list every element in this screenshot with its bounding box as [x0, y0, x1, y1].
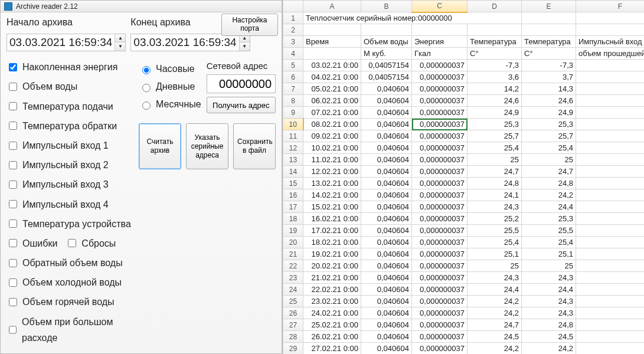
column-header-F[interactable]: F [576, 1, 645, 12]
cell[interactable]: 0,000000037 [412, 166, 468, 178]
cell[interactable] [576, 24, 645, 36]
cell[interactable]: 04.02.21 0:00 [303, 71, 361, 83]
column-header-A[interactable]: A [303, 1, 361, 12]
checkbox-label[interactable]: Импульсный вход 2 [22, 157, 109, 173]
cell[interactable]: 0,000000037 [412, 213, 468, 225]
cell[interactable]: 24,2 [522, 189, 576, 201]
cell[interactable] [522, 24, 576, 36]
cell[interactable]: 24,9 [522, 107, 576, 119]
cell[interactable]: C° [468, 48, 522, 60]
checkbox-label[interactable]: Импульсный вход 4 [22, 196, 109, 212]
cell[interactable]: 0,040604 [361, 130, 412, 142]
cell[interactable]: 15.02.21 0:00 [303, 201, 361, 213]
cell[interactable]: 25,5 [468, 225, 522, 237]
cell[interactable]: 0,040604 [361, 343, 412, 355]
cell[interactable]: 13.02.21 0:00 [303, 178, 361, 189]
cell[interactable]: 24,4 [468, 284, 522, 296]
checkbox-dev_temp[interactable] [9, 219, 17, 228]
cell[interactable]: 0,000000037 [412, 83, 468, 95]
column-header-B[interactable]: B [361, 1, 412, 12]
cell[interactable]: 0,000000037 [412, 142, 468, 154]
cell[interactable]: 0,000000037 [412, 237, 468, 248]
row-header[interactable]: 15 [283, 178, 303, 189]
checkbox-water_vol[interactable] [9, 83, 17, 91]
cell[interactable]: 0,000000037 [412, 201, 468, 213]
cell[interactable]: 25,3 [468, 119, 522, 130]
cell[interactable]: 0,000000037 [412, 272, 468, 284]
cell[interactable]: 24,7 [468, 166, 522, 178]
checkbox-label[interactable]: Температура подачи [22, 99, 113, 114]
cell[interactable]: 25 [468, 154, 522, 166]
cell[interactable]: 24,3 [522, 296, 576, 307]
cell[interactable]: 25,1 [522, 248, 576, 260]
cell[interactable]: 11.02.21 0:00 [303, 154, 361, 166]
cell[interactable]: 0,040604 [361, 119, 412, 130]
checkbox-label[interactable]: Температура устройства [22, 216, 131, 232]
cell[interactable]: 08.02.21 0:00 [303, 119, 361, 130]
cell[interactable] [361, 24, 412, 36]
checkbox-imp3[interactable] [9, 181, 17, 189]
checkbox-t_supply[interactable] [9, 102, 17, 110]
cell[interactable]: 0,000000037 [412, 248, 468, 260]
cell[interactable]: 0 [576, 248, 645, 260]
cell[interactable]: 25,7 [468, 130, 522, 142]
cell[interactable]: -7,3 [468, 60, 522, 71]
cell[interactable]: 24,8 [522, 178, 576, 189]
title-bar[interactable]: Archive reader 2.12 [1, 1, 282, 12]
cell[interactable]: 0,040604 [361, 296, 412, 307]
checkbox-label[interactable]: Объем воды [22, 78, 77, 94]
cell[interactable]: 0 [576, 60, 645, 71]
cell[interactable]: 0,040604 [361, 331, 412, 343]
cell[interactable]: объем прошедшей вод [576, 48, 645, 60]
cell[interactable]: М куб. [361, 48, 412, 60]
checkbox-imp1[interactable] [9, 142, 17, 150]
checkbox-label[interactable]: Температура обратки [22, 118, 117, 134]
row-header[interactable]: 12 [283, 142, 303, 154]
cell[interactable]: 0,040604 [361, 225, 412, 237]
row-header[interactable]: 6 [283, 71, 303, 83]
row-header[interactable]: 23 [283, 272, 303, 284]
cell[interactable]: 0,04057154 [361, 60, 412, 71]
period-hourly-radio[interactable] [142, 66, 151, 74]
cell[interactable]: 0,000000037 [412, 71, 468, 83]
cell[interactable]: 09.02.21 0:00 [303, 130, 361, 142]
column-header-D[interactable]: D [468, 1, 522, 12]
spreadsheet[interactable]: ABCDEF1Теплосчетчик серийный номер:00000… [282, 0, 644, 354]
row-header[interactable]: 18 [283, 213, 303, 225]
cell[interactable]: 0,000000037 [412, 60, 468, 71]
cell[interactable] [303, 48, 361, 60]
cell[interactable]: Гкал [412, 48, 468, 60]
cell[interactable]: 25,3 [522, 119, 576, 130]
cell[interactable]: 0,040604 [361, 248, 412, 260]
checkbox-label[interactable]: Объем горячей воды [22, 294, 115, 310]
cell[interactable]: 0,040604 [361, 237, 412, 248]
cell[interactable]: 0,000000037 [412, 343, 468, 355]
cell[interactable]: 24,6 [522, 95, 576, 107]
cell[interactable]: 24,2 [468, 296, 522, 307]
cell[interactable]: 0,000000037 [412, 130, 468, 142]
cell[interactable] [468, 24, 522, 36]
port-settings-button[interactable]: Настройка порта [221, 14, 278, 36]
cell[interactable]: 24,1 [468, 189, 522, 201]
row-header[interactable]: 27 [283, 319, 303, 331]
cell[interactable]: 0,000000037 [412, 260, 468, 272]
cell[interactable]: Теплосчетчик серийный номер:00000000 [303, 12, 522, 24]
cell[interactable]: 03.02.21 0:00 [303, 60, 361, 71]
cell[interactable]: 24,9 [468, 107, 522, 119]
cell[interactable]: 0,000000037 [412, 307, 468, 319]
cell[interactable]: 0 [576, 343, 645, 355]
checkbox-label[interactable]: Импульсный вход 3 [22, 176, 109, 192]
cell[interactable]: 0,040604 [361, 178, 412, 189]
cell[interactable]: 24,8 [468, 178, 522, 189]
checkbox-label[interactable]: Сбросы [81, 235, 116, 251]
cell[interactable]: 0 [576, 260, 645, 272]
cell[interactable]: 25 [522, 154, 576, 166]
cell[interactable] [522, 12, 576, 24]
cell[interactable]: 25.02.21 0:00 [303, 319, 361, 331]
row-header[interactable]: 16 [283, 189, 303, 201]
checkbox-label[interactable]: Объем холодной воды [22, 274, 122, 290]
cell[interactable]: 0,040604 [361, 154, 412, 166]
cell[interactable]: 0,040604 [361, 166, 412, 178]
cell[interactable] [412, 24, 468, 36]
cell[interactable]: 25,4 [522, 142, 576, 154]
